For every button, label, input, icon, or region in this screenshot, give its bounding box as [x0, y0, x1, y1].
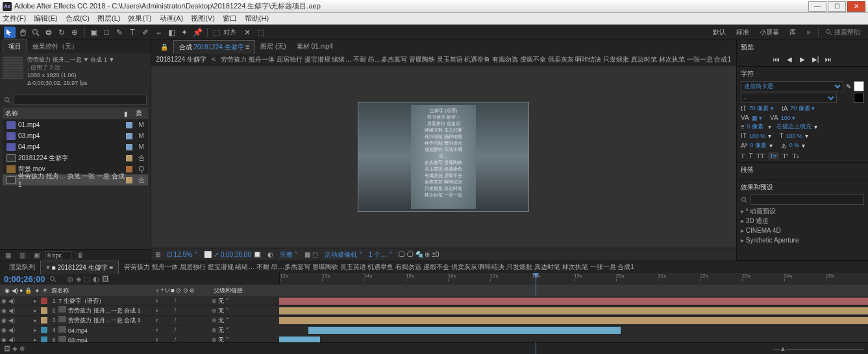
current-time[interactable]: 0;00;26;00	[4, 274, 45, 284]
col-switches[interactable]: ♀ * \ ⁄ ■ ⊙ ⊙ ⊘	[153, 287, 212, 294]
layer-row[interactable]: ◉◀) ▸5 03.mp4 ♀/ ⊗无 ˅	[0, 335, 868, 342]
layer-row[interactable]: ◉◀) ▸4 04.mp4 ♀/ ⊗无 ˅	[0, 325, 868, 335]
interpret-button[interactable]: ▦	[3, 251, 13, 260]
views-dropdown[interactable]: 1 个… ˅	[369, 250, 392, 259]
transparency-icon[interactable]: ▦ ⬚	[304, 251, 318, 258]
tracking[interactable]: 100 ▾	[781, 115, 796, 121]
project-item[interactable]: 20181224 生僻字合	[3, 152, 148, 163]
menu-item[interactable]: 文件(F)	[3, 14, 26, 23]
menu-item[interactable]: 窗口	[223, 14, 237, 23]
snap-icon[interactable]: ⬚	[210, 27, 222, 38]
project-search-input[interactable]	[14, 95, 147, 105]
brush-tool[interactable]: ✐	[140, 27, 151, 38]
tsume[interactable]: 0 %	[789, 142, 800, 148]
grid-icon[interactable]: ⊞	[155, 251, 160, 258]
panel-character-title[interactable]: 字符	[741, 69, 864, 78]
smallcaps-button[interactable]: Tᴛ	[768, 152, 778, 159]
tab-render-queue[interactable]: 渲染队列	[4, 261, 40, 274]
orbit-tool[interactable]	[43, 27, 55, 38]
play-button[interactable]: ▶	[797, 54, 808, 64]
res-dropdown[interactable]: ⬜ ⤢ 0;00;26;00 🔲	[204, 251, 261, 258]
panel-effects-title[interactable]: 效果和预设	[741, 183, 864, 192]
tab-timeline-comp[interactable]: × ■ 20181224 生僻字 ≡	[40, 261, 119, 274]
stroke-swatch[interactable]	[854, 93, 864, 103]
menu-item[interactable]: 图层(L)	[97, 14, 120, 23]
tab-footage[interactable]: 素材 01.mp4	[291, 40, 338, 53]
menu-item[interactable]: 效果(T)	[128, 14, 151, 23]
menu-item[interactable]: 帮助(H)	[245, 14, 269, 23]
hscale[interactable]: 100 %	[786, 133, 802, 139]
workspace-tab[interactable]: 标准	[731, 28, 754, 37]
workspace-tab[interactable]: 默认	[708, 28, 731, 37]
panel-paragraph-title[interactable]: 段落	[741, 165, 864, 174]
tl-toggle-1[interactable]: 🖾 ◈ ⊕	[4, 345, 25, 352]
tab-project[interactable]: 项目	[3, 40, 27, 53]
tl-opt-5[interactable]: 🖾	[102, 275, 109, 283]
zoom-slider[interactable]: —▲————————————	[773, 345, 864, 352]
font-family-dropdown[interactable]: 迷你简卡通	[741, 81, 843, 91]
layer-row[interactable]: ◉◀) ▸3 劳劳孩力 抵舟…一息 合成 1 ♀/ ⊗无 ˅	[0, 316, 868, 325]
time-ruler[interactable]: 12s13s14s15s16s17s18s19s20s21s22s23s24s2…	[280, 273, 868, 285]
layer-row[interactable]: ◉◀) ▸2 劳劳孩力 抵舟…一息 合成 1 ♀/ ⊗无 ˅	[0, 306, 868, 316]
col-type[interactable]: 类	[132, 109, 145, 118]
camera-tool[interactable]: ⊕	[69, 27, 81, 38]
project-item[interactable]: 01.mp4M	[3, 119, 148, 130]
tl-opt-1[interactable]: ◎	[67, 275, 73, 283]
snap-opt-1[interactable]: ✕	[242, 27, 253, 38]
font-size[interactable]: 70 像素 ▾	[749, 104, 774, 113]
last-frame-button[interactable]: ⏭	[823, 54, 834, 64]
breadcrumb[interactable]: 20181224 生僻字	[156, 56, 206, 63]
tl-opt-3[interactable]: ⬚	[84, 275, 90, 283]
mask-icon[interactable]: ◐	[267, 251, 273, 258]
subscript-button[interactable]: T₁	[793, 152, 799, 159]
effects-search-input[interactable]	[750, 195, 864, 205]
project-item[interactable]: 劳劳孩力 抵舟… 执笔 一张 一息 合成 1合	[3, 174, 148, 185]
workspace-tab[interactable]: 小屏幕	[754, 28, 784, 37]
fill-swatch[interactable]	[854, 81, 864, 91]
text-tool[interactable]: T	[127, 27, 138, 38]
search-help[interactable]: 搜索帮助	[821, 28, 864, 37]
rect-tool[interactable]: □	[101, 27, 112, 38]
col-name[interactable]: 名称	[5, 109, 119, 118]
next-frame-button[interactable]: ▶|	[810, 54, 821, 64]
effect-category[interactable]: Synthetic Aperture	[741, 235, 864, 245]
rotate-tool[interactable]: ↻	[56, 27, 68, 38]
workspace-more[interactable]: »	[801, 29, 815, 36]
camera-dropdown[interactable]: 活动摄像机 ˅	[325, 250, 362, 259]
effect-category[interactable]: 3D 通道	[741, 216, 864, 226]
menu-item[interactable]: 动画(A)	[160, 14, 184, 23]
workspace-tab[interactable]: 库	[784, 28, 801, 37]
prev-frame-button[interactable]: ◀	[784, 54, 795, 64]
effect-category[interactable]: * 动画预设	[741, 206, 864, 216]
resolution-dropdown[interactable]: 完整 ˅	[280, 250, 298, 259]
close-button[interactable]: ✕	[847, 1, 865, 12]
kerning[interactable]: ▦ ▾	[752, 115, 763, 121]
col-label[interactable]: ▮	[119, 110, 132, 117]
view-icons[interactable]: 🖵 🖵 🔩 ⊕ ±0	[399, 251, 439, 258]
project-item[interactable]: 03.mp4M	[3, 130, 148, 141]
menu-item[interactable]: 合成(C)	[66, 14, 90, 23]
tl-opt-2[interactable]: ◈	[76, 275, 81, 283]
stroke-mode[interactable]: 在描边上填充	[776, 123, 812, 131]
col-source[interactable]: 源名称	[49, 287, 153, 295]
hand-tool[interactable]	[17, 27, 29, 38]
tab-effect-controls[interactable]: 效果控件（无）	[27, 40, 83, 53]
zoom-dropdown[interactable]: ⊡ 12.5% ˅	[167, 251, 197, 258]
first-frame-button[interactable]: ⏮	[771, 54, 782, 64]
menu-item[interactable]: 编辑(E)	[34, 14, 58, 23]
col-parent[interactable]: 父级和链接	[212, 287, 245, 295]
eraser-tool[interactable]: ◧	[166, 27, 177, 38]
eyedropper-icon[interactable]: ✎	[846, 83, 851, 90]
tab-composition[interactable]: 合成 20181224 生僻字 ≡	[173, 40, 256, 54]
maximize-button[interactable]: ☐	[828, 1, 846, 12]
italic-button[interactable]: T	[749, 152, 752, 159]
vscale[interactable]: 100 %	[749, 133, 766, 139]
clone-tool[interactable]: ⟗	[153, 27, 164, 38]
viewer-lock-icon[interactable]: 🔒	[155, 41, 173, 53]
snap-opt-2[interactable]: ⬚	[254, 27, 266, 38]
stroke-width[interactable]: 5 像素	[747, 123, 764, 131]
leading[interactable]: 70 像素 ▾	[790, 104, 815, 113]
anchor-tool[interactable]: ▣	[88, 27, 99, 38]
puppet-tool[interactable]: 📌	[192, 27, 203, 38]
snap-label[interactable]: 对齐	[223, 28, 236, 37]
